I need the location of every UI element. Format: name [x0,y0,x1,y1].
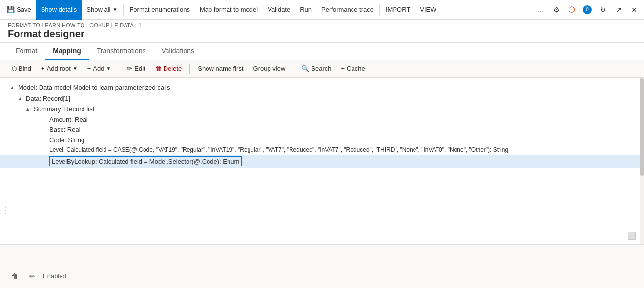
office-button[interactable]: ⬡ [564,2,580,18]
plus-icon-add: + [87,65,91,72]
tree-container[interactable]: ⋮ ▲ Model: Data model Model to learn par… [0,78,644,244]
notification-badge: 0 [583,5,592,14]
run-label: Run [300,6,312,13]
pencil-icon: ✏ [29,272,35,280]
edit-icon: ✏ [127,65,132,72]
tree-item-base[interactable]: Base: Real [0,124,644,135]
show-all-button[interactable]: Show all ▼ [82,0,122,20]
tab-format[interactable]: Format [8,43,45,60]
edit-button[interactable]: ✏ Edit [123,63,149,74]
bind-button[interactable]: ⬡ Bind [8,63,35,74]
tree-item-levelbylookup[interactable]: LevelByLookup: Calculated field = Model.… [0,155,644,168]
trash-icon: 🗑 [11,272,18,280]
validate-button[interactable]: Validate [263,0,295,20]
tab-validations[interactable]: Validations [154,43,202,60]
more-button[interactable]: ... [533,2,548,18]
show-details-button[interactable]: Show details [36,0,82,20]
add-label: Add [93,65,104,72]
validate-label: Validate [268,6,290,13]
notifications-button[interactable]: 0 [580,2,595,18]
save-button[interactable]: 💾 Save [2,0,36,20]
tree-item-code[interactable]: Code: String [0,135,644,145]
status-label: Enabled [43,272,66,280]
content-panel: ⋮ ▲ Model: Data model Model to learn par… [0,78,644,244]
summary-label: Summary: Record list [34,105,94,113]
add-root-label: Add root [47,65,71,72]
scrollbar-track[interactable] [640,78,644,244]
base-label: Base: Real [49,126,81,133]
tab-validations-label: Validations [162,47,194,55]
map-format-label: Map format to model [200,6,258,13]
show-all-label: Show all [86,6,110,13]
delete-label: Delete [164,65,182,72]
office-icon: ⬡ [568,5,575,14]
import-label: IMPORT [386,6,410,13]
formula-bar [0,244,644,264]
drag-handle[interactable]: ⋮ [1,205,10,216]
collapse-icon-data: ▲ [16,94,24,102]
collapse-icon-summary: ▲ [24,105,32,113]
cache-button[interactable]: + Cache [337,63,369,74]
more-icon: ... [538,6,543,14]
top-bar: 💾 Save Show details Show all ▼ Format en… [0,0,644,20]
cache-icon: + [341,65,345,72]
bind-icon: ⬡ [12,65,17,72]
map-format-to-model-button[interactable]: Map format to model [195,0,263,20]
save-label: Save [17,6,31,13]
bottom-edit-button[interactable]: ✏ [25,269,39,283]
code-label: Code: String [49,136,84,144]
search-label: Search [311,65,331,72]
cache-label: Cache [347,65,365,72]
performance-trace-button[interactable]: Performance trace [316,0,378,20]
import-button[interactable]: IMPORT [381,0,415,20]
chevron-down-icon-addroot: ▼ [73,66,78,71]
tree-item-summary[interactable]: ▲ Summary: Record list [0,103,644,114]
add-root-button[interactable]: + Add root ▼ [37,63,82,74]
tree-item-data-record[interactable]: ▲ Data: Record[1] [0,93,644,103]
close-icon: ✕ [631,6,637,14]
group-view-label: Group view [253,65,286,72]
refresh-button[interactable]: ↻ [595,2,611,18]
level-label: Level: Calculated field = CASE(@.Code, "… [49,146,508,153]
separator-1 [119,64,119,74]
view-button[interactable]: VIEW [415,0,441,20]
show-name-first-button[interactable]: Show name first [194,63,247,74]
divider-2 [379,4,380,16]
separator-3 [293,64,293,74]
open-external-button[interactable]: ↗ [611,2,626,18]
plus-icon: + [41,65,45,72]
delete-button[interactable]: 🗑 Delete [151,63,186,74]
search-icon: 🔍 [301,65,309,72]
edit-label: Edit [134,65,145,72]
separator-2 [189,64,190,74]
bottom-delete-button[interactable]: 🗑 [8,269,21,283]
breadcrumb-section: FORMAT TO LEARN HOW TO LOOKUP LE DATA : … [0,20,644,43]
settings-icon: ⚙ [553,6,560,14]
tab-mapping-label: Mapping [53,47,81,55]
settings-button[interactable]: ⚙ [548,2,564,18]
tabs-bar: Format Mapping Transformations Validatio… [0,43,644,60]
add-button[interactable]: + Add ▼ [83,63,115,74]
chevron-down-icon-add: ▼ [106,66,111,71]
open-external-icon: ↗ [616,6,622,14]
close-button[interactable]: ✕ [626,2,642,18]
delete-icon: 🗑 [155,65,162,72]
amount-label: Amount: Real [49,116,88,123]
tree-item-model-root[interactable]: ▲ Model: Data model Model to learn param… [0,82,644,93]
run-button[interactable]: Run [295,0,316,20]
mapping-toolbar: ⬡ Bind + Add root ▼ + Add ▼ ✏ Edit 🗑 Del… [0,60,644,78]
tree-item-level[interactable]: Level: Calculated field = CASE(@.Code, "… [0,145,644,155]
tab-mapping[interactable]: Mapping [45,43,89,60]
group-view-button[interactable]: Group view [249,63,290,74]
format-enumerations-button[interactable]: Format enumerations [125,0,195,20]
view-label: VIEW [420,6,436,13]
tab-transformations[interactable]: Transformations [89,43,154,60]
tab-transformations-label: Transformations [97,47,146,55]
breadcrumb: FORMAT TO LEARN HOW TO LOOKUP LE DATA : … [8,22,636,28]
tree-item-amount[interactable]: Amount: Real [0,114,644,124]
search-button[interactable]: 🔍 Search [297,63,335,74]
levelbylookup-label: LevelByLookup: Calculated field = Model.… [49,156,242,166]
scrollbar-thumb[interactable] [640,78,644,176]
bind-label: Bind [19,65,31,72]
collapse-icon-model: ▲ [8,83,16,91]
